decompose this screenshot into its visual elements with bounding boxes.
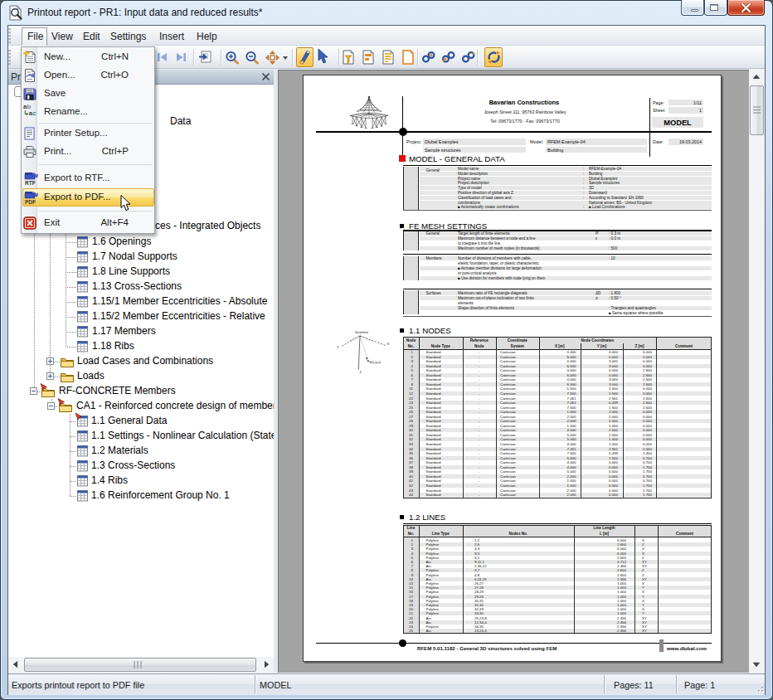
svg-text:S(x,y,z): S(x,y,z) — [369, 360, 381, 364]
svg-text:Z: Z — [360, 370, 362, 374]
svg-text:PDF: PDF — [25, 199, 36, 205]
svg-text:RTF: RTF — [25, 180, 36, 186]
svg-text:Y: Y — [337, 345, 339, 349]
svg-text:Grafelen: Grafelen — [355, 330, 369, 334]
svg-text:X: X — [387, 342, 390, 346]
